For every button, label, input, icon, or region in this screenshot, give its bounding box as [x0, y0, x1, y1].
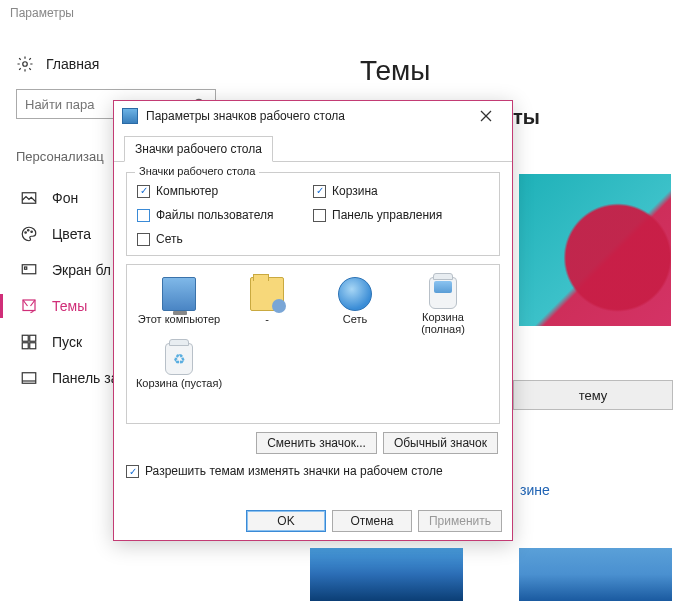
icon-bin-full[interactable]: Корзина (полная): [399, 273, 487, 339]
start-icon: [20, 333, 38, 351]
taskbar-icon: [20, 369, 38, 387]
checkbox-label: Компьютер: [156, 184, 218, 198]
checkbox-icon: ✓: [137, 185, 150, 198]
icon-buttons-row: Сменить значок... Обычный значок: [126, 432, 500, 454]
palette-icon: [20, 225, 38, 243]
home-label: Главная: [46, 56, 99, 72]
checkbox-icon: [137, 209, 150, 222]
checkbox-label: Файлы пользователя: [156, 208, 273, 222]
tab-body: Значки рабочего стола ✓Компьютер Файлы п…: [114, 162, 512, 478]
folder-user-icon: [250, 277, 284, 311]
app-title: Параметры: [10, 6, 74, 20]
tab-row: Значки рабочего стола: [114, 135, 512, 162]
monitor-icon: [162, 277, 196, 311]
tab-desktop-icons[interactable]: Значки рабочего стола: [124, 136, 273, 162]
checkbox-label: Панель управления: [332, 208, 442, 222]
icon-label: -: [265, 313, 269, 325]
theme-thumbnail-1[interactable]: [519, 174, 671, 326]
svg-rect-12: [22, 343, 28, 349]
checkbox-recycle[interactable]: ✓Корзина: [313, 181, 489, 201]
checkbox-icon: [313, 209, 326, 222]
close-button[interactable]: [468, 102, 504, 130]
nav-label: Панель за: [52, 370, 118, 386]
icon-label: Сеть: [343, 313, 367, 325]
default-icon-button[interactable]: Обычный значок: [383, 432, 498, 454]
checkbox-computer[interactable]: ✓Компьютер: [137, 181, 313, 201]
cancel-button[interactable]: Отмена: [332, 510, 412, 532]
themes-icon: [20, 297, 38, 315]
svg-point-4: [25, 232, 27, 234]
nav-label: Пуск: [52, 334, 82, 350]
recycle-empty-icon: ♻: [165, 343, 193, 375]
image-icon: [20, 189, 38, 207]
dialog-icon: [122, 108, 138, 124]
lockscreen-icon: [20, 261, 38, 279]
icon-user[interactable]: -: [223, 273, 311, 339]
icon-bin-empty[interactable]: ♻Корзина (пустая): [135, 339, 223, 393]
svg-rect-10: [22, 335, 28, 341]
dialog-titlebar[interactable]: Параметры значков рабочего стола: [114, 101, 512, 131]
theme-button-fragment[interactable]: тему: [513, 380, 673, 410]
globe-icon: [338, 277, 372, 311]
svg-rect-11: [30, 335, 36, 341]
svg-rect-8: [25, 267, 27, 269]
dialog-footer: OK Отмена Применить: [246, 510, 502, 532]
theme-thumbnail-2[interactable]: [310, 548, 463, 601]
apply-button[interactable]: Применить: [418, 510, 502, 532]
icon-network[interactable]: Сеть: [311, 273, 399, 339]
svg-rect-14: [22, 373, 36, 384]
svg-rect-13: [30, 343, 36, 349]
theme-thumbnail-3[interactable]: [519, 548, 672, 601]
checkbox-icon: ✓: [126, 465, 139, 478]
change-icon-button[interactable]: Сменить значок...: [256, 432, 377, 454]
icon-label: Корзина (пустая): [136, 377, 222, 389]
recycle-full-icon: [429, 277, 457, 309]
icon-preview-box: Этот компьютер - Сеть Корзина (полная) ♻…: [126, 264, 500, 424]
checkbox-icon: ✓: [313, 185, 326, 198]
store-link-fragment[interactable]: зине: [520, 482, 550, 498]
desktop-icons-dialog: Параметры значков рабочего стола Значки …: [113, 100, 513, 541]
icon-label: Корзина (полная): [399, 311, 487, 335]
group-legend: Значки рабочего стола: [135, 165, 259, 177]
svg-point-0: [23, 62, 28, 67]
heading-fragment: ты: [513, 106, 673, 129]
ok-button[interactable]: OK: [246, 510, 326, 532]
icon-this-pc[interactable]: Этот компьютер: [135, 273, 223, 339]
icons-groupbox: Значки рабочего стола ✓Компьютер Файлы п…: [126, 172, 500, 256]
svg-point-5: [28, 230, 30, 232]
checkbox-icon: [137, 233, 150, 246]
allow-themes-checkbox[interactable]: ✓ Разрешить темам изменять значки на раб…: [126, 464, 500, 478]
gear-icon: [16, 55, 34, 73]
checkbox-label: Сеть: [156, 232, 183, 246]
nav-label: Экран бл: [52, 262, 111, 278]
allow-themes-label: Разрешить темам изменять значки на рабоч…: [145, 464, 443, 478]
checkbox-user-files[interactable]: Файлы пользователя: [137, 205, 313, 225]
nav-label: Цвета: [52, 226, 91, 242]
dialog-title-text: Параметры значков рабочего стола: [146, 109, 460, 123]
svg-point-6: [31, 231, 33, 233]
nav-label: Фон: [52, 190, 78, 206]
nav-label: Темы: [52, 298, 87, 314]
checkbox-control-panel[interactable]: Панель управления: [313, 205, 489, 225]
page-title: Темы: [360, 55, 430, 87]
home-link[interactable]: Главная: [16, 55, 216, 73]
checkbox-label: Корзина: [332, 184, 378, 198]
checkbox-network[interactable]: Сеть: [137, 229, 313, 249]
